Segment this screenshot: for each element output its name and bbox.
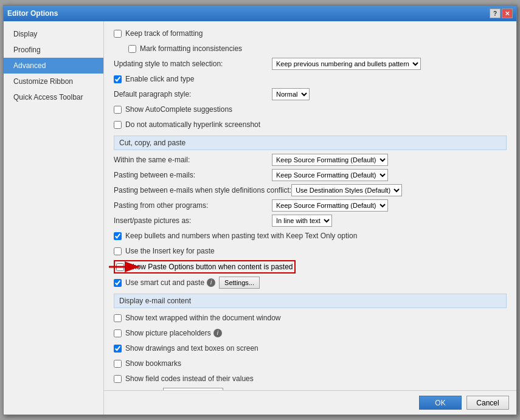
mark-formatting-label: Mark formatting inconsistencies [140, 44, 242, 53]
use-smart-info-icon: i [207, 278, 215, 287]
show-drawings-checkbox[interactable] [114, 345, 122, 353]
show-field-codes-checkbox[interactable] [114, 375, 122, 383]
dialog-footer: OK Cancel [104, 390, 516, 415]
placeholders-info-icon: i [213, 329, 222, 337]
show-autocomplete-row: Show AutoComplete suggestions [114, 103, 507, 115]
enable-click-row: Enable click and type [114, 73, 507, 85]
show-drawings-label: Show drawings and text boxes on screen [125, 344, 258, 353]
enable-click-checkbox[interactable] [114, 75, 122, 83]
enable-click-label: Enable click and type [125, 75, 194, 83]
pasting-between-row: Pasting between e-mails: Keep Source For… [114, 169, 507, 181]
use-smart-label: Use smart cut and paste [125, 278, 204, 287]
updating-style-row: Updating style to match selection: Keep … [114, 58, 507, 70]
use-smart-checkbox[interactable] [114, 279, 122, 287]
mark-formatting-row: Mark formatting inconsistencies [114, 43, 507, 55]
show-field-codes-row: Show field codes instead of their values [114, 373, 507, 385]
show-bookmarks-row: Show bookmarks [114, 357, 507, 370]
show-paste-container: Show Paste Options button when content i… [114, 260, 507, 274]
no-hyperlink-checkbox[interactable] [114, 121, 122, 129]
mark-formatting-checkbox[interactable] [128, 45, 136, 53]
sidebar-item-advanced[interactable]: Advanced [4, 58, 103, 74]
help-button[interactable]: ? [490, 9, 501, 18]
dialog-content: Display Proofing Advanced Customize Ribb… [4, 21, 516, 415]
within-same-label: Within the same e-mail: [114, 156, 272, 164]
pasting-conflict-label: Pasting between e-mails when style defin… [114, 186, 291, 195]
default-para-select[interactable]: Normal [272, 88, 310, 100]
keep-track-row: Keep track of formatting [114, 27, 507, 40]
editor-options-dialog: Editor Options ? ✕ Display Proofing Adva… [3, 5, 517, 415]
sidebar-item-quick-access[interactable]: Quick Access Toolbar [4, 89, 103, 105]
insert-paste-label: Insert/paste pictures as: [114, 216, 272, 225]
within-same-row: Within the same e-mail: Keep Source Form… [114, 154, 507, 166]
insert-paste-select[interactable]: In line with text [272, 215, 332, 227]
pasting-other-select[interactable]: Keep Source Formatting (Default) [272, 199, 388, 212]
show-autocomplete-label: Show AutoComplete suggestions [125, 105, 232, 114]
sidebar-item-customize-ribbon[interactable]: Customize Ribbon [4, 74, 103, 89]
display-email-section-header: Display e-mail content [114, 294, 507, 308]
show-drawings-row: Show drawings and text boxes on screen [114, 342, 507, 354]
show-placeholders-label: Show picture placeholders [125, 329, 211, 337]
pasting-conflict-row: Pasting between e-mails when style defin… [114, 184, 507, 196]
title-bar-buttons: ? ✕ [490, 9, 513, 18]
show-bookmarks-checkbox[interactable] [114, 360, 122, 368]
default-para-label: Default paragraph style: [114, 90, 272, 98]
cancel-button[interactable]: Cancel [466, 396, 509, 410]
title-bar: Editor Options ? ✕ [4, 5, 516, 21]
show-autocomplete-checkbox[interactable] [114, 106, 122, 114]
sidebar-item-proofing[interactable]: Proofing [4, 42, 103, 58]
ok-button[interactable]: OK [419, 396, 462, 410]
sidebar-item-display[interactable]: Display [4, 26, 103, 42]
close-button[interactable]: ✕ [502, 9, 513, 18]
no-hyperlink-label: Do not automatically hyperlink screensho… [125, 120, 260, 129]
pasting-between-select[interactable]: Keep Source Formatting (Default) [272, 169, 388, 181]
main-panel: Keep track of formatting Mark formatting… [104, 21, 516, 415]
red-arrow-icon [108, 260, 144, 274]
pasting-between-label: Pasting between e-mails: [114, 171, 272, 179]
sidebar: Display Proofing Advanced Customize Ribb… [4, 21, 104, 415]
cut-copy-section-header: Cut, copy, and paste [114, 136, 507, 150]
red-arrow-container [108, 260, 144, 274]
keep-bullets-row: Keep bullets and numbers when pasting te… [114, 230, 507, 242]
insert-paste-row: Insert/paste pictures as: In line with t… [114, 215, 507, 227]
settings-button[interactable]: Settings... [219, 277, 260, 289]
show-placeholders-checkbox[interactable] [114, 329, 122, 337]
main-scroll-area[interactable]: Keep track of formatting Mark formatting… [104, 21, 516, 390]
default-para-row: Default paragraph style: Normal [114, 88, 507, 100]
keep-bullets-label: Keep bullets and numbers when pasting te… [125, 232, 357, 240]
no-hyperlink-row: Do not automatically hyperlink screensho… [114, 119, 507, 131]
use-insert-checkbox[interactable] [114, 247, 122, 255]
use-insert-label: Use the Insert key for paste [125, 247, 215, 255]
pasting-conflict-select[interactable]: Use Destination Styles (Default) [291, 184, 402, 196]
dialog-title: Editor Options [7, 9, 58, 18]
updating-style-label: Updating style to match selection: [114, 60, 272, 68]
show-bookmarks-label: Show bookmarks [125, 359, 181, 368]
pasting-other-label: Pasting from other programs: [114, 201, 272, 210]
keep-bullets-checkbox[interactable] [114, 232, 122, 240]
updating-style-select[interactable]: Keep previous numbering and bullets patt… [272, 58, 421, 70]
show-wrapped-checkbox[interactable] [114, 314, 122, 322]
keep-track-label: Keep track of formatting [125, 29, 203, 38]
show-wrapped-row: Show text wrapped within the document wi… [114, 312, 507, 324]
pasting-other-row: Pasting from other programs: Keep Source… [114, 199, 507, 212]
show-field-codes-label: Show field codes instead of their values [125, 374, 254, 383]
updating-style-dropdown-container: Keep previous numbering and bullets patt… [272, 58, 421, 70]
show-wrapped-label: Show text wrapped within the document wi… [125, 314, 280, 322]
use-insert-row: Use the Insert key for paste [114, 245, 507, 257]
use-smart-row: Use smart cut and paste i Settings... [114, 277, 507, 289]
show-paste-label: Show Paste Options button when content i… [128, 263, 293, 271]
keep-track-checkbox[interactable] [114, 30, 122, 38]
within-same-select[interactable]: Keep Source Formatting (Default) [272, 154, 388, 166]
show-placeholders-row: Show picture placeholders i [114, 327, 507, 339]
